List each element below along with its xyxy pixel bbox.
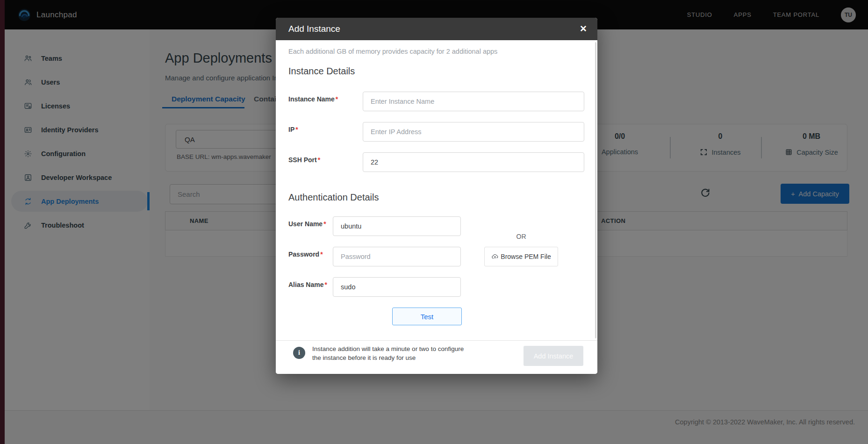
required-marker: * [320, 251, 323, 258]
app-root: Launchpad STUDIO APPS TEAM PORTAL TU Tea… [0, 0, 868, 444]
add-instance-button[interactable]: Add Instance [524, 346, 583, 366]
info-icon: i [293, 347, 305, 359]
alias-name-label: Alias Name* [288, 281, 327, 288]
modal-scrollbar[interactable] [595, 42, 596, 338]
required-marker: * [336, 95, 338, 103]
required-marker: * [323, 220, 326, 228]
browse-pem-label: Browse PEM File [501, 253, 551, 260]
cloud-upload-icon [491, 253, 499, 260]
browse-pem-button[interactable]: Browse PEM File [484, 247, 558, 266]
user-name-input[interactable] [333, 216, 461, 236]
modal-hint-text: Each additional GB of memory provides ca… [288, 48, 497, 55]
alias-name-input[interactable] [333, 277, 461, 297]
required-marker: * [318, 156, 320, 164]
ssh-port-label: SSH Port* [288, 156, 320, 164]
left-edge-strip [0, 0, 5, 444]
section-instance-details: Instance Details [288, 66, 355, 77]
modal-footer-note: Instance addition will take a minute or … [312, 344, 464, 362]
modal-footer: i Instance addition will take a minute o… [276, 340, 597, 374]
add-instance-modal: Add Instance ✕ Each additional GB of mem… [276, 18, 597, 374]
instance-name-input[interactable] [363, 92, 584, 111]
instance-name-label: Instance Name* [288, 95, 338, 103]
required-marker: * [324, 281, 327, 288]
ip-label: IP* [288, 126, 298, 133]
ip-input[interactable] [363, 122, 584, 142]
required-marker: * [295, 126, 298, 133]
close-icon[interactable]: ✕ [580, 23, 587, 35]
ssh-port-input[interactable] [363, 152, 584, 172]
user-name-label: User Name* [288, 220, 326, 228]
test-button[interactable]: Test [392, 308, 462, 325]
password-label: Password* [288, 251, 323, 258]
section-authentication-details: Authentication Details [288, 192, 379, 203]
modal-title: Add Instance [288, 24, 340, 34]
modal-header: Add Instance ✕ [276, 18, 597, 40]
password-input[interactable] [333, 247, 461, 266]
or-label: OR [484, 233, 558, 240]
